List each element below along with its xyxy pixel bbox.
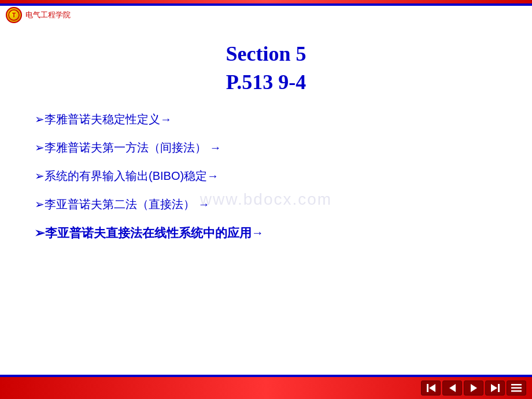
menu-item-5[interactable]: ➢李亚普诺夫直接法在线性系统中的应用→ (35, 225, 497, 241)
nav-prev-button[interactable] (442, 380, 462, 396)
menu-icon (511, 384, 522, 392)
svg-text:T: T (12, 12, 16, 19)
navigation-buttons (421, 380, 526, 396)
svg-rect-4 (511, 390, 522, 392)
first-icon (429, 384, 435, 392)
slide-title-line2: P.513 9-4 (35, 70, 497, 94)
menu-item-2[interactable]: ➢李雅普诺夫第一方法（间接法） → (35, 140, 497, 156)
menu-item-1[interactable]: ➢李雅普诺夫稳定性定义→ (35, 112, 497, 127)
svg-rect-2 (511, 384, 522, 386)
menu-item-4[interactable]: ➢李亚普诺夫第二法（直接法） → (35, 197, 497, 212)
slide-content: Section 5 P.513 9-4 ➢李雅普诺夫稳定性定义→ ➢李雅普诺夫第… (0, 29, 532, 265)
nav-menu-button[interactable] (507, 380, 526, 396)
institute-name-label: 电气工程学院 (25, 10, 71, 20)
menu-item-2-text: ➢李雅普诺夫第一方法（间接法） → (35, 140, 221, 156)
header: T 电气工程学院 (0, 0, 532, 23)
nav-last-button[interactable] (485, 380, 505, 396)
menu-item-3[interactable]: ➢系统的有界输入输出(BIBO)稳定→ (35, 168, 497, 184)
next-icon (471, 384, 477, 392)
menu-item-5-text: ➢李亚普诺夫直接法在线性系统中的应用→ (35, 225, 264, 241)
logo-icon: T (6, 7, 22, 23)
nav-next-button[interactable] (464, 380, 483, 396)
menu-item-3-text: ➢系统的有界输入输出(BIBO)稳定→ (35, 168, 219, 184)
menu-item-4-text: ➢李亚普诺夫第二法（直接法） → (35, 197, 210, 212)
slide-title-line1: Section 5 (35, 40, 497, 68)
last-icon (491, 384, 497, 392)
menu-list: ➢李雅普诺夫稳定性定义→ ➢李雅普诺夫第一方法（间接法） → ➢系统的有界输入输… (35, 112, 497, 241)
bar-icon-2 (498, 384, 500, 392)
nav-first-button[interactable] (421, 380, 441, 396)
menu-item-1-text: ➢李雅普诺夫稳定性定义→ (35, 112, 172, 127)
prev-icon (449, 384, 456, 392)
bar-icon (427, 384, 428, 392)
svg-rect-3 (511, 387, 522, 389)
